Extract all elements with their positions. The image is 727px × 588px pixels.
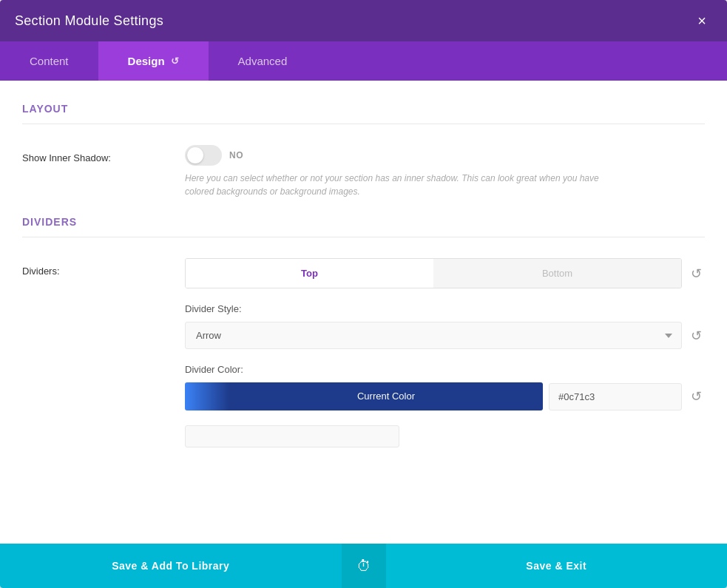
tab-advanced-label: Advanced (238, 55, 288, 67)
dividers-heading: Dividers (22, 216, 705, 228)
dividers-reset-btn[interactable]: ↺ (688, 263, 705, 285)
dividers-divider (22, 237, 705, 237)
divider-style-select[interactable]: Arrow None Triangle Curve Wave (185, 322, 682, 349)
tab-design[interactable]: Design ↺ (98, 41, 209, 81)
divider-style-label: Divider Style: (185, 303, 705, 314)
modal-header: Section Module Settings × (0, 0, 727, 41)
tabs-bar: Content Design ↺ Advanced (0, 41, 727, 81)
current-color-label: Current Color (229, 382, 543, 410)
layout-heading: Layout (22, 103, 705, 115)
footer-center-icon[interactable]: ⏱ (342, 544, 386, 588)
color-hex-input[interactable] (549, 383, 682, 410)
save-library-button[interactable]: Save & Add To Library (0, 544, 342, 588)
show-inner-shadow-control: NO Here you can select whether or not yo… (185, 145, 705, 198)
clock-icon: ⏱ (356, 558, 371, 575)
dividers-bottom-btn[interactable]: Bottom (433, 259, 681, 288)
tab-design-label: Design (128, 55, 165, 67)
tab-content-label: Content (30, 55, 69, 67)
color-swatch (185, 382, 229, 410)
modal: Section Module Settings × Content Design… (0, 0, 727, 588)
toggle-no-label: NO (229, 150, 243, 160)
partial-bottom-row (185, 425, 399, 447)
modal-title: Section Module Settings (15, 13, 163, 29)
dividers-tab-toggle: Top Bottom ↺ (185, 258, 705, 288)
tab-content[interactable]: Content (0, 41, 98, 81)
divider-color-label: Divider Color: (185, 364, 705, 375)
toggle-knob (187, 147, 203, 163)
modal-body: Layout Show Inner Shadow: NO Here you ca… (0, 81, 727, 544)
color-row: Current Color ↺ (185, 382, 705, 410)
dividers-tab-inner: Top Bottom (185, 258, 682, 288)
dividers-label: Dividers: (22, 258, 185, 277)
layout-section: Layout Show Inner Shadow: NO Here you ca… (22, 103, 705, 198)
save-exit-button[interactable]: Save & Exit (386, 544, 728, 588)
tab-design-reset-icon: ↺ (171, 55, 179, 67)
inner-shadow-toggle[interactable] (185, 145, 222, 166)
layout-divider (22, 124, 705, 124)
divider-color-field: Divider Color: Current Color ↺ (185, 364, 705, 410)
inner-shadow-description: Here you can select whether or not your … (185, 172, 614, 198)
dividers-top-btn[interactable]: Top (186, 259, 433, 288)
dividers-tab-control: Top Bottom ↺ Divider Style: Arrow None (185, 258, 705, 447)
current-color-btn[interactable]: Current Color (185, 382, 543, 410)
show-inner-shadow-row: Show Inner Shadow: NO Here you can selec… (22, 145, 705, 198)
divider-style-select-wrap: Arrow None Triangle Curve Wave ↺ (185, 322, 705, 349)
show-inner-shadow-label: Show Inner Shadow: (22, 145, 185, 163)
modal-footer: Save & Add To Library ⏱ Save & Exit (0, 544, 727, 588)
divider-style-reset-btn[interactable]: ↺ (688, 325, 705, 347)
divider-style-field: Divider Style: Arrow None Triangle Curve… (185, 303, 705, 349)
dividers-tab-row: Dividers: Top Bottom ↺ Divider Style: (22, 258, 705, 447)
toggle-container: NO (185, 145, 705, 166)
color-reset-btn[interactable]: ↺ (688, 385, 705, 408)
tab-advanced[interactable]: Advanced (209, 41, 317, 81)
dividers-section: Dividers Dividers: Top Bottom ↺ Divide (22, 216, 705, 447)
close-button[interactable]: × (692, 10, 712, 31)
